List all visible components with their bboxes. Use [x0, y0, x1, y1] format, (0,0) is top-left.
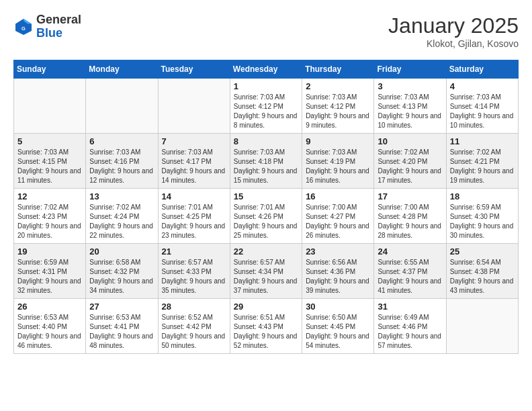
calendar-cell: 23Sunrise: 6:56 AM Sunset: 4:36 PM Dayli…: [302, 244, 374, 299]
calendar-cell: 6Sunrise: 7:03 AM Sunset: 4:16 PM Daylig…: [86, 134, 158, 189]
day-info: Sunrise: 7:01 AM Sunset: 4:25 PM Dayligh…: [162, 203, 226, 240]
calendar-cell: 7Sunrise: 7:03 AM Sunset: 4:17 PM Daylig…: [158, 134, 230, 189]
day-info: Sunrise: 6:59 AM Sunset: 4:30 PM Dayligh…: [450, 203, 515, 240]
day-number: 10: [378, 136, 442, 146]
calendar-cell: 18Sunrise: 6:59 AM Sunset: 4:30 PM Dayli…: [446, 189, 518, 244]
day-info: Sunrise: 6:53 AM Sunset: 4:40 PM Dayligh…: [17, 313, 82, 351]
day-number: 17: [378, 191, 442, 201]
logo-general-text: General: [36, 13, 81, 27]
calendar-title: January 2025: [388, 13, 519, 38]
day-info: Sunrise: 7:03 AM Sunset: 4:18 PM Dayligh…: [234, 148, 298, 185]
day-info: Sunrise: 6:50 AM Sunset: 4:45 PM Dayligh…: [306, 313, 370, 351]
calendar-cell: 9Sunrise: 7:03 AM Sunset: 4:19 PM Daylig…: [302, 134, 374, 189]
day-number: 21: [162, 246, 226, 257]
day-info: Sunrise: 7:03 AM Sunset: 4:15 PM Dayligh…: [17, 148, 82, 185]
calendar-header-row: SundayMondayTuesdayWednesdayThursdayFrid…: [14, 60, 519, 79]
day-info: Sunrise: 7:03 AM Sunset: 4:16 PM Dayligh…: [89, 148, 154, 185]
day-number: 16: [306, 191, 370, 201]
calendar-cell: [14, 79, 86, 134]
day-number: 24: [378, 246, 442, 257]
day-number: 25: [450, 246, 515, 257]
day-info: Sunrise: 7:02 AM Sunset: 4:21 PM Dayligh…: [450, 148, 515, 185]
day-info: Sunrise: 6:59 AM Sunset: 4:31 PM Dayligh…: [17, 258, 82, 295]
calendar-cell: 2Sunrise: 7:03 AM Sunset: 4:12 PM Daylig…: [302, 79, 374, 134]
day-number: 18: [450, 191, 515, 201]
day-info: Sunrise: 7:02 AM Sunset: 4:24 PM Dayligh…: [89, 203, 154, 240]
calendar-cell: 15Sunrise: 7:01 AM Sunset: 4:26 PM Dayli…: [230, 189, 302, 244]
day-info: Sunrise: 7:00 AM Sunset: 4:28 PM Dayligh…: [378, 203, 442, 240]
day-number: 30: [306, 302, 370, 312]
calendar-cell: 16Sunrise: 7:00 AM Sunset: 4:27 PM Dayli…: [302, 189, 374, 244]
calendar-cell: 27Sunrise: 6:53 AM Sunset: 4:41 PM Dayli…: [86, 299, 158, 354]
day-info: Sunrise: 7:03 AM Sunset: 4:13 PM Dayligh…: [378, 93, 442, 130]
day-info: Sunrise: 7:02 AM Sunset: 4:23 PM Dayligh…: [17, 203, 82, 240]
calendar-cell: 1Sunrise: 7:03 AM Sunset: 4:12 PM Daylig…: [230, 79, 302, 134]
col-header-wednesday: Wednesday: [230, 60, 302, 79]
col-header-friday: Friday: [374, 60, 446, 79]
day-info: Sunrise: 7:02 AM Sunset: 4:20 PM Dayligh…: [378, 148, 442, 185]
calendar-cell: 22Sunrise: 6:57 AM Sunset: 4:34 PM Dayli…: [230, 244, 302, 299]
day-number: 1: [234, 81, 298, 91]
calendar-cell: 31Sunrise: 6:49 AM Sunset: 4:46 PM Dayli…: [374, 299, 446, 354]
day-number: 20: [89, 246, 154, 257]
calendar-cell: 28Sunrise: 6:52 AM Sunset: 4:42 PM Dayli…: [158, 299, 230, 354]
day-number: 9: [306, 136, 370, 146]
calendar-cell: 29Sunrise: 6:51 AM Sunset: 4:43 PM Dayli…: [230, 299, 302, 354]
day-number: 28: [162, 302, 226, 312]
calendar-cell: 20Sunrise: 6:58 AM Sunset: 4:32 PM Dayli…: [86, 244, 158, 299]
calendar-week-row: 12Sunrise: 7:02 AM Sunset: 4:23 PM Dayli…: [14, 189, 519, 244]
calendar-cell: 19Sunrise: 6:59 AM Sunset: 4:31 PM Dayli…: [14, 244, 86, 299]
calendar-cell: 4Sunrise: 7:03 AM Sunset: 4:14 PM Daylig…: [446, 79, 518, 134]
day-number: 4: [450, 81, 515, 91]
day-number: 13: [89, 191, 154, 201]
day-info: Sunrise: 6:56 AM Sunset: 4:36 PM Dayligh…: [306, 258, 370, 295]
day-info: Sunrise: 6:58 AM Sunset: 4:32 PM Dayligh…: [89, 258, 154, 295]
day-info: Sunrise: 6:54 AM Sunset: 4:38 PM Dayligh…: [450, 258, 515, 295]
calendar-cell: 12Sunrise: 7:02 AM Sunset: 4:23 PM Dayli…: [14, 189, 86, 244]
title-block: January 2025 Klokot, Gjilan, Kosovo: [388, 13, 519, 49]
logo-icon: G: [13, 17, 34, 37]
calendar-cell: 5Sunrise: 7:03 AM Sunset: 4:15 PM Daylig…: [14, 134, 86, 189]
calendar-week-row: 19Sunrise: 6:59 AM Sunset: 4:31 PM Dayli…: [14, 244, 519, 299]
day-number: 29: [234, 302, 298, 312]
day-info: Sunrise: 7:01 AM Sunset: 4:26 PM Dayligh…: [234, 203, 298, 240]
col-header-saturday: Saturday: [446, 60, 518, 79]
day-number: 19: [17, 246, 82, 257]
day-info: Sunrise: 6:57 AM Sunset: 4:34 PM Dayligh…: [234, 258, 298, 295]
day-info: Sunrise: 7:03 AM Sunset: 4:12 PM Dayligh…: [306, 93, 370, 130]
calendar-cell: [158, 79, 230, 134]
day-info: Sunrise: 7:03 AM Sunset: 4:17 PM Dayligh…: [162, 148, 226, 185]
day-number: 11: [450, 136, 515, 146]
day-info: Sunrise: 6:52 AM Sunset: 4:42 PM Dayligh…: [162, 313, 226, 351]
day-number: 15: [234, 191, 298, 201]
calendar-week-row: 26Sunrise: 6:53 AM Sunset: 4:40 PM Dayli…: [14, 299, 519, 354]
calendar-cell: 13Sunrise: 7:02 AM Sunset: 4:24 PM Dayli…: [86, 189, 158, 244]
day-info: Sunrise: 6:49 AM Sunset: 4:46 PM Dayligh…: [378, 313, 442, 351]
page-header: G General Blue January 2025 Klokot, Gjil…: [13, 13, 519, 49]
calendar-cell: 17Sunrise: 7:00 AM Sunset: 4:28 PM Dayli…: [374, 189, 446, 244]
day-number: 6: [89, 136, 154, 146]
calendar-table: SundayMondayTuesdayWednesdayThursdayFrid…: [13, 60, 519, 354]
calendar-cell: 21Sunrise: 6:57 AM Sunset: 4:33 PM Dayli…: [158, 244, 230, 299]
day-number: 14: [162, 191, 226, 201]
calendar-cell: 30Sunrise: 6:50 AM Sunset: 4:45 PM Dayli…: [302, 299, 374, 354]
calendar-week-row: 1Sunrise: 7:03 AM Sunset: 4:12 PM Daylig…: [14, 79, 519, 134]
day-info: Sunrise: 7:03 AM Sunset: 4:19 PM Dayligh…: [306, 148, 370, 185]
logo: G General Blue: [13, 13, 81, 40]
day-number: 26: [17, 302, 82, 312]
day-info: Sunrise: 6:55 AM Sunset: 4:37 PM Dayligh…: [378, 258, 442, 295]
day-number: 3: [378, 81, 442, 91]
day-number: 31: [378, 302, 442, 312]
col-header-tuesday: Tuesday: [158, 60, 230, 79]
calendar-cell: 11Sunrise: 7:02 AM Sunset: 4:21 PM Dayli…: [446, 134, 518, 189]
calendar-cell: [86, 79, 158, 134]
logo-blue-text: Blue: [36, 27, 81, 40]
calendar-cell: 3Sunrise: 7:03 AM Sunset: 4:13 PM Daylig…: [374, 79, 446, 134]
calendar-cell: 24Sunrise: 6:55 AM Sunset: 4:37 PM Dayli…: [374, 244, 446, 299]
day-info: Sunrise: 7:03 AM Sunset: 4:12 PM Dayligh…: [234, 93, 298, 130]
calendar-cell: 8Sunrise: 7:03 AM Sunset: 4:18 PM Daylig…: [230, 134, 302, 189]
day-info: Sunrise: 6:57 AM Sunset: 4:33 PM Dayligh…: [162, 258, 226, 295]
day-number: 8: [234, 136, 298, 146]
day-info: Sunrise: 7:00 AM Sunset: 4:27 PM Dayligh…: [306, 203, 370, 240]
calendar-cell: 25Sunrise: 6:54 AM Sunset: 4:38 PM Dayli…: [446, 244, 518, 299]
